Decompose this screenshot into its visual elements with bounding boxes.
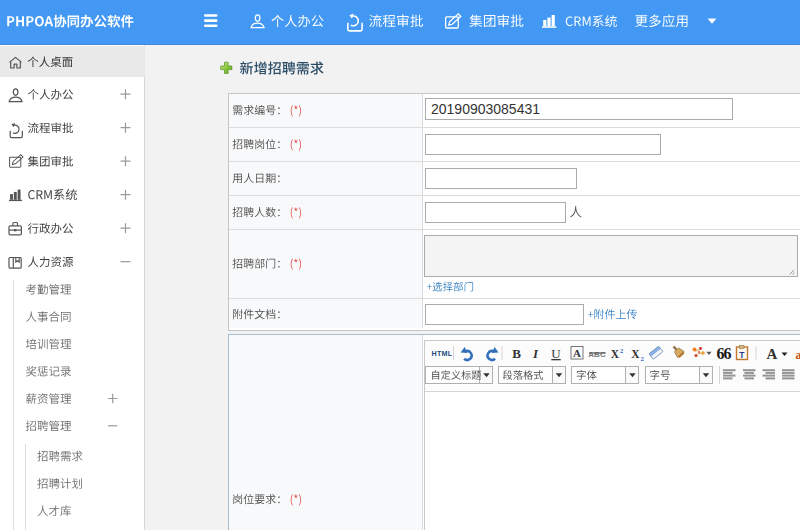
- svg-text:U: U: [551, 346, 561, 361]
- svg-text:B: B: [512, 346, 521, 361]
- svg-text:2: 2: [620, 347, 623, 354]
- svg-text:A: A: [767, 346, 778, 362]
- svg-text:66: 66: [717, 345, 732, 362]
- svg-text:A: A: [573, 347, 581, 359]
- svg-text:I: I: [532, 346, 539, 361]
- svg-text:2: 2: [641, 355, 644, 362]
- svg-text:X: X: [631, 348, 640, 360]
- svg-text:X: X: [611, 348, 620, 360]
- svg-text:T: T: [739, 350, 745, 360]
- svg-text:a: a: [796, 348, 800, 362]
- svg-text:HTML: HTML: [432, 349, 453, 358]
- svg-text:ABC: ABC: [588, 350, 606, 359]
